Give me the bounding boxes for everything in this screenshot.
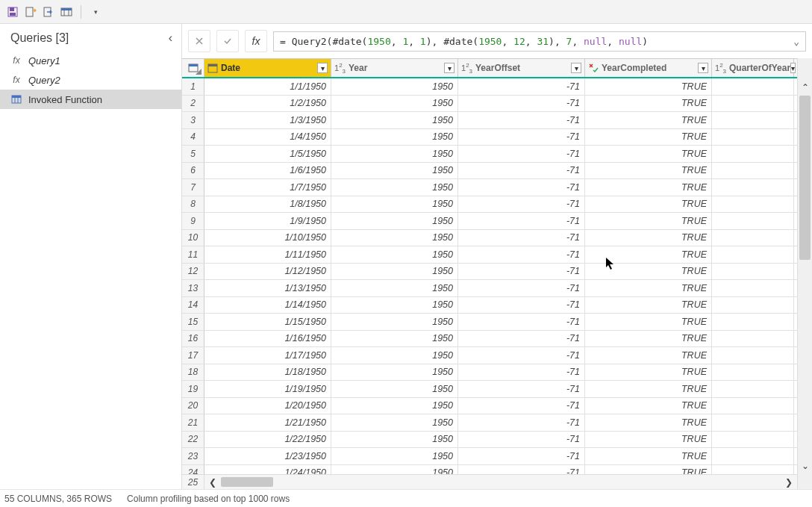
cell-quarterofyear[interactable] — [712, 196, 794, 213]
cell-yearcompleted[interactable]: TRUE — [585, 297, 712, 314]
cell-quarterofyear[interactable] — [712, 381, 794, 397]
cell-year[interactable]: 1950 — [331, 331, 458, 347]
cell-yearoffset[interactable]: -71 — [458, 230, 585, 246]
table-row[interactable]: 71/7/19501950-71TRUE — [182, 179, 797, 196]
cell-date[interactable]: 1/22/1950 — [204, 432, 331, 448]
row-number-cell[interactable]: 16 — [182, 331, 204, 347]
cell-date[interactable]: 1/9/1950 — [204, 213, 331, 229]
cell-year[interactable]: 1950 — [331, 112, 458, 128]
cell-yearoffset[interactable]: -71 — [458, 146, 585, 162]
row-number-cell[interactable]: 23 — [182, 448, 204, 464]
table-row[interactable]: 201/20/19501950-71TRUE — [182, 398, 797, 415]
row-number-cell[interactable]: 14 — [182, 297, 204, 314]
cell-quarterofyear[interactable] — [712, 280, 794, 296]
column-header-year[interactable]: 123Year▾ — [331, 59, 458, 77]
cell-yearcompleted[interactable]: TRUE — [585, 246, 712, 263]
cell-yearoffset[interactable]: -71 — [458, 264, 585, 280]
scroll-right-icon[interactable]: ❯ — [781, 475, 797, 489]
expand-formula-icon[interactable]: ⌄ — [793, 36, 799, 47]
cell-year[interactable]: 1950 — [331, 465, 458, 475]
row-number-cell[interactable]: 13 — [182, 280, 204, 296]
table-row[interactable]: 231/23/19501950-71TRUE — [182, 448, 797, 465]
cell-year[interactable]: 1950 — [331, 432, 458, 448]
table-row[interactable]: 51/5/19501950-71TRUE — [182, 146, 797, 163]
cell-quarterofyear[interactable] — [712, 432, 794, 448]
cell-yearcompleted[interactable]: TRUE — [585, 163, 712, 179]
cell-yearcompleted[interactable]: TRUE — [585, 314, 712, 330]
cell-yearcompleted[interactable]: TRUE — [585, 78, 712, 95]
table-row[interactable]: 81/8/19501950-71TRUE — [182, 196, 797, 214]
cell-yearcompleted[interactable]: TRUE — [585, 146, 712, 162]
cell-date[interactable]: 1/19/1950 — [204, 381, 331, 397]
table-row[interactable]: 211/21/19501950-71TRUE — [182, 414, 797, 432]
row-number-cell[interactable]: 22 — [182, 432, 204, 448]
cell-yearcompleted[interactable]: TRUE — [585, 280, 712, 296]
cell-quarterofyear[interactable] — [712, 331, 794, 347]
table-row[interactable]: 101/10/19501950-71TRUE — [182, 230, 797, 247]
cell-quarterofyear[interactable] — [712, 230, 794, 246]
cell-date[interactable]: 1/7/1950 — [204, 179, 331, 196]
cell-yearoffset[interactable]: -71 — [458, 179, 585, 196]
fx-button[interactable]: fx — [245, 30, 267, 52]
row-number-cell[interactable]: 3 — [182, 112, 204, 128]
cell-date[interactable]: 1/4/1950 — [204, 129, 331, 146]
row-number-cell[interactable]: 9 — [182, 213, 204, 229]
table-row[interactable]: 21/2/19501950-71TRUE — [182, 96, 797, 113]
cell-yearoffset[interactable]: -71 — [458, 448, 585, 464]
cell-date[interactable]: 1/10/1950 — [204, 230, 331, 246]
cell-yearcompleted[interactable]: TRUE — [585, 414, 712, 431]
commit-formula-button[interactable] — [216, 30, 239, 52]
cell-year[interactable]: 1950 — [331, 314, 458, 330]
filter-button[interactable]: ▾ — [790, 63, 796, 73]
table-row[interactable]: 241/24/19501950-71TRUE — [182, 465, 797, 475]
cell-yearoffset[interactable]: -71 — [458, 112, 585, 128]
vscroll-thumb[interactable] — [799, 96, 811, 260]
cell-quarterofyear[interactable] — [712, 314, 794, 330]
table-row[interactable]: 121/12/19501950-71TRUE — [182, 264, 797, 281]
cell-date[interactable]: 1/6/1950 — [204, 163, 331, 179]
cell-yearoffset[interactable]: -71 — [458, 297, 585, 314]
row-number-cell[interactable]: 17 — [182, 347, 204, 364]
cell-date[interactable]: 1/1/1950 — [204, 78, 331, 95]
row-number-cell[interactable]: 21 — [182, 414, 204, 431]
cell-yearoffset[interactable]: -71 — [458, 78, 585, 95]
qat-customize-icon[interactable]: ▾ — [89, 5, 102, 19]
cell-yearoffset[interactable]: -71 — [458, 213, 585, 229]
cell-yearoffset[interactable]: -71 — [458, 331, 585, 347]
cell-yearoffset[interactable]: -71 — [458, 96, 585, 112]
vscroll-track[interactable] — [798, 96, 812, 458]
cell-quarterofyear[interactable] — [712, 112, 794, 128]
cell-yearcompleted[interactable]: TRUE — [585, 96, 712, 112]
row-number-cell[interactable]: 8 — [182, 196, 204, 213]
cell-year[interactable]: 1950 — [331, 414, 458, 431]
row-number-cell[interactable]: 24 — [182, 465, 204, 475]
cell-date[interactable]: 1/11/1950 — [204, 246, 331, 263]
cell-year[interactable]: 1950 — [331, 213, 458, 229]
cell-year[interactable]: 1950 — [331, 78, 458, 95]
cell-yearcompleted[interactable]: TRUE — [585, 448, 712, 464]
hscroll-thumb[interactable] — [221, 477, 273, 487]
cell-date[interactable]: 1/24/1950 — [204, 465, 331, 475]
cell-year[interactable]: 1950 — [331, 246, 458, 263]
table-row[interactable]: 91/9/19501950-71TRUE — [182, 213, 797, 230]
cell-yearoffset[interactable]: -71 — [458, 465, 585, 475]
cell-date[interactable]: 1/3/1950 — [204, 112, 331, 128]
table-row[interactable]: 161/16/19501950-71TRUE — [182, 331, 797, 348]
cell-yearcompleted[interactable]: TRUE — [585, 465, 712, 475]
row-number-cell[interactable]: 1 — [182, 78, 204, 95]
cell-yearoffset[interactable]: -71 — [458, 398, 585, 414]
table-row[interactable]: 141/14/19501950-71TRUE — [182, 297, 797, 314]
cell-yearoffset[interactable]: -71 — [458, 381, 585, 397]
filter-button[interactable]: ▾ — [317, 63, 328, 73]
cell-date[interactable]: 1/15/1950 — [204, 314, 331, 330]
cell-date[interactable]: 1/14/1950 — [204, 297, 331, 314]
cell-year[interactable]: 1950 — [331, 297, 458, 314]
table-row[interactable]: 111/11/19501950-71TRUE — [182, 246, 797, 264]
cell-year[interactable]: 1950 — [331, 364, 458, 381]
cell-yearcompleted[interactable]: TRUE — [585, 213, 712, 229]
cell-yearcompleted[interactable]: TRUE — [585, 364, 712, 381]
cell-quarterofyear[interactable] — [712, 246, 794, 263]
cell-year[interactable]: 1950 — [331, 280, 458, 296]
cell-yearcompleted[interactable]: TRUE — [585, 432, 712, 448]
cell-yearoffset[interactable]: -71 — [458, 246, 585, 263]
